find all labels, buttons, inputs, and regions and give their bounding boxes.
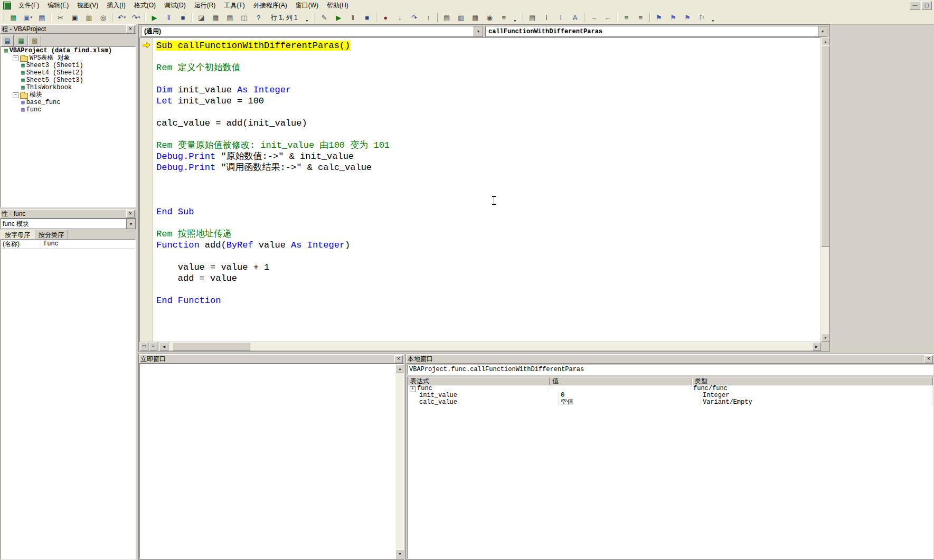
scroll-right-icon[interactable]: [812, 342, 821, 351]
menu-format[interactable]: 格式(O): [130, 0, 160, 11]
tree-item-sheet3[interactable]: ▦Sheet3 (Sheet1): [1, 62, 135, 69]
tree-expander-icon[interactable]: −: [13, 55, 18, 61]
toolbar-grip[interactable]: [521, 13, 523, 22]
toolbar-grip[interactable]: [2, 13, 4, 22]
undo-button[interactable]: ↶▾: [115, 12, 128, 24]
tab-alphabetic[interactable]: 按字母序: [1, 230, 34, 240]
tree-item-wps-objects-folder[interactable]: −WPS表格 对象: [1, 54, 135, 62]
code-vertical-scrollbar[interactable]: [821, 37, 829, 342]
toolbar-options-chevron[interactable]: ▾: [710, 12, 716, 23]
object-combo[interactable]: (通用): [141, 26, 483, 37]
project-explorer-titlebar[interactable]: 程 - VBAProject: [0, 24, 136, 34]
chevron-down-icon[interactable]: [126, 219, 135, 229]
paste-button[interactable]: ▥: [82, 12, 96, 24]
tree-item-base-func[interactable]: ▩base_func: [1, 99, 135, 106]
tree-expander-icon[interactable]: −: [13, 92, 18, 98]
toolbar-options-chevron[interactable]: ▾: [304, 12, 310, 23]
list-properties-button[interactable]: ▤: [526, 12, 539, 24]
call-stack-button[interactable]: ≡: [497, 12, 511, 24]
cut-button[interactable]: ✂: [54, 12, 67, 24]
redo-button[interactable]: ↷▾: [129, 12, 143, 24]
menu-file[interactable]: 文件(F): [14, 0, 43, 11]
toolbar-options-chevron[interactable]: ▾: [512, 12, 518, 23]
immediate-window-button[interactable]: ▥: [455, 12, 468, 24]
scroll-up-icon[interactable]: [395, 364, 404, 373]
column-expression[interactable]: 表达式: [408, 377, 550, 385]
step-over-button[interactable]: ↷: [408, 12, 421, 24]
tree-item-modules-folder[interactable]: −模块: [1, 91, 135, 99]
tree-item-thisworkbook[interactable]: ▦ThisWorkbook: [1, 84, 135, 91]
save-button[interactable]: ▤: [35, 12, 49, 24]
debug-design-mode-button[interactable]: ✎: [318, 12, 331, 24]
toggle-breakpoint-button[interactable]: ●: [379, 12, 392, 24]
locals-row-calc-value[interactable]: calc_value空值Variant/Empty: [408, 399, 933, 406]
menu-tools[interactable]: 工具(T): [220, 0, 249, 11]
property-value-cell[interactable]: func: [41, 240, 135, 248]
minimize-button[interactable]: —: [910, 1, 920, 10]
view-wps-button[interactable]: ▦: [7, 12, 20, 24]
code-horizontal-scrollbar[interactable]: [139, 342, 821, 350]
property-row[interactable]: (名称)func: [1, 240, 135, 249]
toggle-folders-button[interactable]: ▩: [29, 35, 41, 46]
previous-bookmark-button[interactable]: ⚑: [681, 12, 694, 24]
debug-break-button[interactable]: ‖: [346, 12, 360, 24]
column-value[interactable]: 值: [550, 377, 692, 385]
break-button[interactable]: ‖: [162, 12, 175, 24]
locals-close-icon[interactable]: [924, 355, 933, 363]
immediate-editor[interactable]: [139, 364, 404, 559]
view-code-button[interactable]: ▤: [1, 35, 14, 46]
column-type[interactable]: 类型: [692, 377, 933, 385]
locals-row-func[interactable]: +funcfunc/func: [408, 385, 933, 392]
chevron-down-icon[interactable]: [818, 26, 827, 36]
project-explorer-button[interactable]: ▦: [209, 12, 222, 24]
indent-button[interactable]: →: [587, 12, 600, 24]
debug-reset-button[interactable]: ■: [361, 12, 374, 24]
immediate-vertical-scrollbar[interactable]: [395, 364, 403, 558]
design-mode-button[interactable]: ◪: [195, 12, 208, 24]
watch-window-button[interactable]: ▦: [469, 12, 482, 24]
tab-categorized[interactable]: 按分类序: [34, 230, 68, 240]
parameter-info-button[interactable]: i: [554, 12, 568, 24]
menu-edit[interactable]: 编辑(E): [43, 0, 73, 11]
reset-button[interactable]: ■: [176, 12, 190, 24]
restore-button[interactable]: ▢: [921, 1, 932, 10]
next-bookmark-button[interactable]: ⚑: [667, 12, 680, 24]
tree-item-sheet5[interactable]: ▦Sheet5 (Sheet3): [1, 77, 135, 84]
object-browser-button[interactable]: ◫: [238, 12, 251, 24]
scroll-down-icon[interactable]: [395, 549, 404, 558]
code-margin[interactable]: [140, 38, 153, 341]
procedure-combo[interactable]: callFunctionWithDifferentParas: [485, 26, 827, 37]
chevron-down-icon[interactable]: [474, 26, 483, 36]
help-button[interactable]: ?: [252, 12, 265, 24]
scroll-down-icon[interactable]: [821, 333, 830, 342]
run-button[interactable]: ▶: [148, 12, 161, 24]
properties-window-button[interactable]: ▤: [223, 12, 237, 24]
menu-addins[interactable]: 外接程序(A): [249, 0, 291, 11]
menu-insert[interactable]: 插入(I): [102, 0, 129, 11]
menu-help[interactable]: 帮助(H): [323, 0, 353, 11]
immediate-titlebar[interactable]: 立即窗口: [139, 354, 404, 364]
clear-bookmarks-button[interactable]: ⚐: [695, 12, 709, 24]
vertical-scroll-thumb[interactable]: [821, 45, 830, 247]
find-button[interactable]: ◎: [97, 12, 110, 24]
immediate-close-icon[interactable]: [394, 355, 403, 363]
step-into-button[interactable]: ↓: [393, 12, 407, 24]
tree-item-vbaproject-root[interactable]: ▦VBAProject (data_find.xlsm): [1, 47, 135, 54]
properties-titlebar[interactable]: 性 - func: [0, 209, 136, 219]
tree-item-func[interactable]: ▩func: [1, 106, 135, 113]
debug-run-button[interactable]: ▶: [332, 12, 345, 24]
uncomment-block-button[interactable]: ≡: [634, 12, 647, 24]
view-object-button[interactable]: ▦: [15, 35, 27, 46]
quick-info-button[interactable]: i: [540, 12, 553, 24]
menu-view[interactable]: 视图(V): [73, 0, 102, 11]
comment-block-button[interactable]: ≡: [620, 12, 633, 24]
quick-watch-button[interactable]: ◉: [483, 12, 496, 24]
complete-word-button[interactable]: A: [569, 12, 582, 24]
menu-window[interactable]: 窗口(W): [291, 0, 323, 11]
menu-debug[interactable]: 调试(D): [160, 0, 190, 11]
step-out-button[interactable]: ↑: [422, 12, 435, 24]
properties-close-icon[interactable]: [126, 210, 135, 218]
locals-row-init-value[interactable]: init_value0Integer: [408, 392, 933, 399]
expand-icon[interactable]: +: [410, 386, 416, 392]
menu-run[interactable]: 运行(R): [190, 0, 220, 11]
